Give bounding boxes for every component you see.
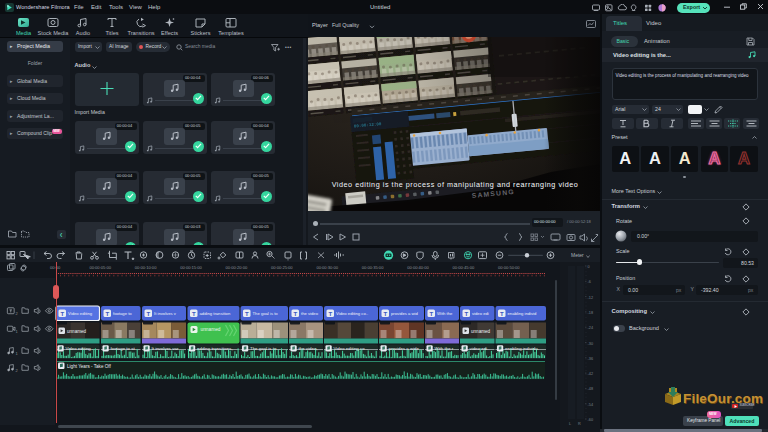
svg-text:L: L: [569, 422, 571, 426]
svg-text:-12: -12: [588, 296, 594, 300]
svg-text:-54: -54: [588, 403, 594, 407]
svg-text:-48: -48: [588, 387, 594, 391]
svg-text:-60: -60: [588, 418, 594, 422]
svg-text:-42: -42: [588, 372, 594, 376]
svg-text:-36: -36: [588, 357, 594, 361]
svg-text:-18: -18: [588, 311, 594, 315]
svg-text:R: R: [578, 422, 581, 426]
svg-text:-24: -24: [588, 326, 594, 330]
svg-text:-6: -6: [588, 280, 591, 284]
svg-text:-30: -30: [588, 342, 594, 346]
svg-text:0: 0: [588, 265, 590, 269]
